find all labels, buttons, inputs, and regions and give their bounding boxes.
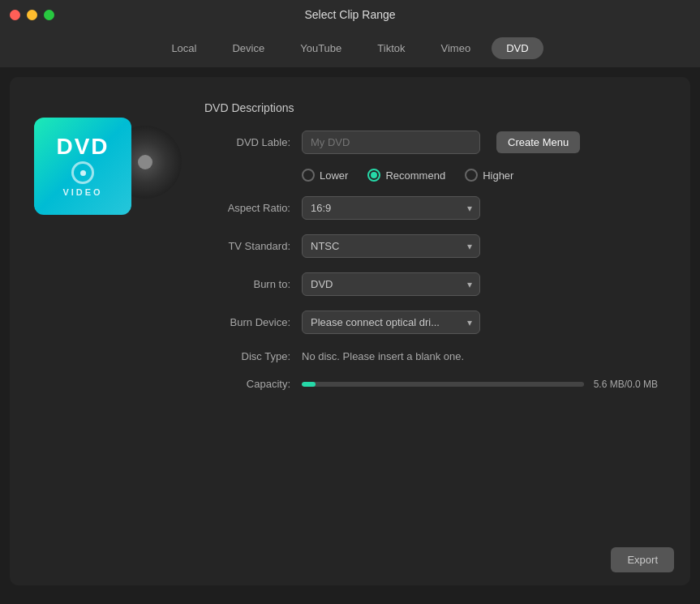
create-menu-button[interactable]: Create Menu — [496, 131, 580, 153]
dvd-video-label: VIDEO — [62, 187, 102, 197]
dvd-disc-center-dot — [80, 170, 86, 176]
dvd-logo: DVD VIDEO — [34, 118, 140, 223]
disc-type-control: No disc. Please insert a blank one. — [302, 349, 658, 363]
dvd-disc-icon — [71, 161, 94, 184]
aspect-ratio-select[interactable]: 16:9 4:3 — [302, 196, 480, 220]
burn-device-row: Burn Device: Please connect optical dri.… — [204, 311, 658, 334]
tab-bar: Local Device YouTube Tiktok Vimeo DVD — [0, 29, 700, 67]
radio-higher[interactable]: Higher — [465, 169, 513, 182]
window-title: Select Clip Range — [304, 8, 395, 21]
disc-type-value: No disc. Please insert a blank one. — [302, 350, 464, 362]
capacity-bar-wrapper — [302, 382, 584, 387]
form-area: DVD Descriptions DVD Lable: Create Menu … — [204, 101, 658, 390]
main-content: DVD VIDEO DVD Descriptions DVD Lable: Cr… — [10, 77, 690, 585]
dvd-card: DVD VIDEO — [34, 118, 131, 215]
quality-row: Lower Recommend Higher — [204, 169, 658, 182]
aspect-ratio-select-wrapper: 16:9 4:3 — [302, 196, 480, 220]
burn-device-select-wrapper: Please connect optical dri... — [302, 311, 480, 334]
dvd-label-row: DVD Lable: Create Menu — [204, 131, 658, 154]
radio-recommend-circle — [367, 169, 380, 182]
burn-to-select-wrapper: DVD ISO — [302, 272, 480, 296]
export-button[interactable]: Export — [611, 547, 674, 572]
burn-device-control: Please connect optical dri... — [302, 311, 658, 334]
capacity-row: Capacity: 5.6 MB/0.0 MB — [204, 378, 658, 390]
tab-local[interactable]: Local — [157, 37, 211, 59]
tv-standard-select[interactable]: NTSC PAL — [302, 234, 480, 258]
tv-standard-control: NTSC PAL — [302, 234, 658, 258]
close-button[interactable] — [10, 10, 20, 20]
disc-type-row: Disc Type: No disc. Please insert a blan… — [204, 349, 658, 363]
tab-vimeo[interactable]: Vimeo — [427, 37, 486, 59]
capacity-value: 5.6 MB/0.0 MB — [594, 379, 658, 390]
quality-radio-group: Lower Recommend Higher — [302, 169, 658, 182]
tv-standard-row: TV Standard: NTSC PAL — [204, 234, 658, 258]
tab-youtube[interactable]: YouTube — [286, 37, 356, 59]
burn-to-control: DVD ISO — [302, 272, 658, 296]
radio-lower[interactable]: Lower — [302, 169, 348, 182]
radio-lower-circle — [302, 169, 315, 182]
radio-higher-circle — [465, 169, 478, 182]
minimize-button[interactable] — [27, 10, 37, 20]
tab-tiktok[interactable]: Tiktok — [363, 37, 419, 59]
radio-lower-label: Lower — [320, 169, 348, 182]
burn-device-select[interactable]: Please connect optical dri... — [302, 311, 480, 334]
aspect-ratio-row: Aspect Ratio: 16:9 4:3 — [204, 196, 658, 220]
traffic-lights — [10, 10, 54, 20]
title-bar: Select Clip Range — [0, 0, 700, 29]
maximize-button[interactable] — [44, 10, 54, 20]
dvd-card-title: DVD — [56, 135, 109, 158]
burn-device-label: Burn Device: — [204, 316, 302, 328]
burn-to-row: Burn to: DVD ISO — [204, 272, 658, 296]
capacity-bar-fill — [302, 382, 316, 387]
aspect-ratio-label: Aspect Ratio: — [204, 202, 302, 214]
section-title: DVD Descriptions — [204, 101, 658, 114]
dvd-disc-center — [138, 155, 152, 169]
tab-dvd[interactable]: DVD — [492, 37, 543, 59]
radio-higher-label: Higher — [483, 169, 513, 182]
radio-recommend[interactable]: Recommend — [367, 169, 445, 182]
dvd-label-label: DVD Lable: — [204, 136, 302, 148]
capacity-control: 5.6 MB/0.0 MB — [302, 379, 658, 390]
burn-to-label: Burn to: — [204, 278, 302, 290]
disc-type-label: Disc Type: — [204, 350, 302, 362]
capacity-label: Capacity: — [204, 378, 302, 390]
tv-standard-label: TV Standard: — [204, 240, 302, 252]
tv-standard-select-wrapper: NTSC PAL — [302, 234, 480, 258]
radio-recommend-label: Recommend — [385, 169, 445, 182]
dvd-label-input[interactable] — [302, 131, 480, 154]
burn-to-select[interactable]: DVD ISO — [302, 272, 480, 296]
aspect-ratio-control: 16:9 4:3 — [302, 196, 658, 220]
tab-device[interactable]: Device — [217, 37, 279, 59]
dvd-label-control: Create Menu — [302, 131, 658, 154]
